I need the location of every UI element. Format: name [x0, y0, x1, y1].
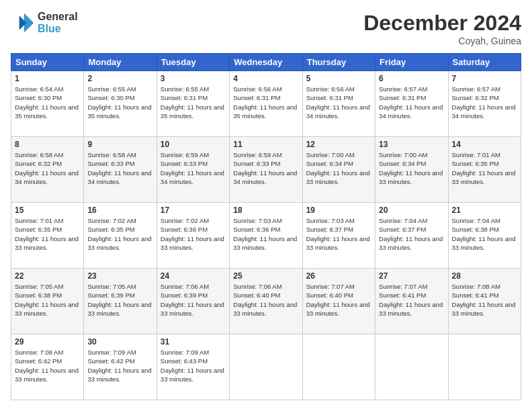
week-row-2: 8Sunrise: 6:58 AMSunset: 6:32 PMDaylight…: [11, 137, 521, 203]
header-wednesday: Wednesday: [230, 54, 302, 71]
day-info: Sunrise: 6:57 AMSunset: 6:32 PMDaylight:…: [452, 85, 517, 120]
header-tuesday: Tuesday: [157, 54, 229, 71]
calendar-cell: 3Sunrise: 6:55 AMSunset: 6:31 PMDaylight…: [157, 71, 229, 137]
header: General Blue December 2024 Coyah, Guinea: [11, 11, 521, 46]
calendar-cell: [230, 334, 302, 400]
day-number: 5: [306, 74, 371, 83]
header-thursday: Thursday: [302, 54, 375, 71]
day-number: 10: [161, 140, 226, 149]
day-number: 17: [161, 205, 226, 215]
calendar-cell: 6Sunrise: 6:57 AMSunset: 6:31 PMDaylight…: [375, 71, 448, 137]
title-block: December 2024 Coyah, Guinea: [363, 11, 521, 46]
day-number: 20: [379, 205, 444, 215]
day-number: 12: [306, 140, 371, 149]
calendar-cell: 20Sunrise: 7:04 AMSunset: 6:37 PMDayligh…: [375, 203, 448, 269]
day-number: 4: [233, 74, 298, 83]
day-number: 30: [87, 337, 152, 347]
day-number: 7: [452, 74, 517, 83]
day-info: Sunrise: 7:02 AMSunset: 6:36 PMDaylight:…: [161, 216, 226, 252]
day-number: 13: [379, 140, 444, 149]
day-number: 11: [233, 140, 298, 149]
day-info: Sunrise: 6:58 AMSunset: 6:32 PMDaylight:…: [15, 150, 80, 186]
day-number: 23: [87, 271, 152, 281]
day-info: Sunrise: 7:06 AMSunset: 6:40 PMDaylight:…: [233, 282, 298, 318]
calendar-cell: 24Sunrise: 7:06 AMSunset: 6:39 PMDayligh…: [157, 269, 229, 334]
day-number: 24: [161, 271, 226, 281]
calendar-cell: 28Sunrise: 7:08 AMSunset: 6:41 PMDayligh…: [448, 269, 521, 334]
calendar-cell: 25Sunrise: 7:06 AMSunset: 6:40 PMDayligh…: [230, 269, 302, 334]
day-number: 28: [452, 271, 517, 281]
calendar-cell: 10Sunrise: 6:59 AMSunset: 6:33 PMDayligh…: [157, 137, 229, 203]
day-number: 2: [87, 74, 152, 83]
header-monday: Monday: [84, 54, 157, 71]
header-saturday: Saturday: [448, 54, 521, 71]
calendar-cell: 5Sunrise: 6:56 AMSunset: 6:31 PMDaylight…: [302, 71, 375, 137]
day-info: Sunrise: 7:07 AMSunset: 6:41 PMDaylight:…: [379, 282, 444, 318]
day-number: 22: [15, 271, 80, 281]
calendar-cell: 2Sunrise: 6:55 AMSunset: 6:30 PMDaylight…: [84, 71, 157, 137]
calendar: SundayMondayTuesdayWednesdayThursdayFrid…: [11, 53, 521, 400]
day-info: Sunrise: 7:08 AMSunset: 6:42 PMDaylight:…: [15, 348, 80, 383]
day-info: Sunrise: 6:55 AMSunset: 6:31 PMDaylight:…: [161, 85, 226, 120]
day-number: 3: [161, 74, 226, 83]
day-info: Sunrise: 7:08 AMSunset: 6:41 PMDaylight:…: [452, 282, 517, 318]
calendar-cell: 16Sunrise: 7:02 AMSunset: 6:35 PMDayligh…: [84, 203, 157, 269]
day-info: Sunrise: 7:01 AMSunset: 6:35 PMDaylight:…: [15, 216, 80, 252]
day-number: 21: [452, 205, 517, 215]
day-number: 25: [233, 271, 298, 281]
calendar-cell: 12Sunrise: 7:00 AMSunset: 6:34 PMDayligh…: [302, 137, 375, 203]
week-row-1: 1Sunrise: 6:54 AMSunset: 6:30 PMDaylight…: [11, 71, 521, 137]
month-title: December 2024: [363, 11, 521, 36]
calendar-cell: 21Sunrise: 7:04 AMSunset: 6:38 PMDayligh…: [448, 203, 521, 269]
logo-icon: [11, 11, 35, 35]
calendar-cell: 8Sunrise: 6:58 AMSunset: 6:32 PMDaylight…: [11, 137, 84, 203]
calendar-cell: 13Sunrise: 7:00 AMSunset: 6:34 PMDayligh…: [375, 137, 448, 203]
day-number: 29: [15, 337, 80, 347]
day-number: 15: [15, 205, 80, 215]
calendar-cell: 17Sunrise: 7:02 AMSunset: 6:36 PMDayligh…: [157, 203, 229, 269]
header-sunday: Sunday: [11, 54, 84, 71]
day-number: 14: [452, 140, 517, 149]
day-info: Sunrise: 6:58 AMSunset: 6:33 PMDaylight:…: [87, 150, 152, 186]
calendar-cell: 7Sunrise: 6:57 AMSunset: 6:32 PMDaylight…: [448, 71, 521, 137]
day-info: Sunrise: 7:05 AMSunset: 6:38 PMDaylight:…: [15, 282, 80, 318]
day-info: Sunrise: 7:02 AMSunset: 6:35 PMDaylight:…: [87, 216, 152, 252]
day-info: Sunrise: 7:09 AMSunset: 6:43 PMDaylight:…: [161, 348, 226, 383]
calendar-cell: 29Sunrise: 7:08 AMSunset: 6:42 PMDayligh…: [11, 334, 84, 400]
day-info: Sunrise: 7:04 AMSunset: 6:38 PMDaylight:…: [452, 216, 517, 252]
day-number: 19: [306, 205, 371, 215]
day-info: Sunrise: 7:09 AMSunset: 6:42 PMDaylight:…: [87, 348, 152, 383]
week-row-3: 15Sunrise: 7:01 AMSunset: 6:35 PMDayligh…: [11, 203, 521, 269]
day-info: Sunrise: 6:57 AMSunset: 6:31 PMDaylight:…: [379, 85, 444, 120]
calendar-cell: [375, 334, 448, 400]
week-row-5: 29Sunrise: 7:08 AMSunset: 6:42 PMDayligh…: [11, 334, 521, 400]
header-friday: Friday: [375, 54, 448, 71]
day-info: Sunrise: 6:59 AMSunset: 6:33 PMDaylight:…: [161, 150, 226, 186]
day-number: 16: [87, 205, 152, 215]
day-info: Sunrise: 6:56 AMSunset: 6:31 PMDaylight:…: [306, 85, 371, 120]
day-info: Sunrise: 7:03 AMSunset: 6:37 PMDaylight:…: [306, 216, 371, 252]
calendar-cell: 27Sunrise: 7:07 AMSunset: 6:41 PMDayligh…: [375, 269, 448, 334]
day-number: 9: [87, 140, 152, 149]
logo: General Blue: [11, 11, 78, 35]
page: General Blue December 2024 Coyah, Guinea…: [0, 0, 532, 411]
day-info: Sunrise: 6:55 AMSunset: 6:30 PMDaylight:…: [87, 85, 152, 120]
calendar-cell: 15Sunrise: 7:01 AMSunset: 6:35 PMDayligh…: [11, 203, 84, 269]
calendar-cell: 1Sunrise: 6:54 AMSunset: 6:30 PMDaylight…: [11, 71, 84, 137]
location: Coyah, Guinea: [363, 36, 521, 46]
day-info: Sunrise: 7:01 AMSunset: 6:35 PMDaylight:…: [452, 150, 517, 186]
day-info: Sunrise: 7:03 AMSunset: 6:36 PMDaylight:…: [233, 216, 298, 252]
calendar-cell: 19Sunrise: 7:03 AMSunset: 6:37 PMDayligh…: [302, 203, 375, 269]
day-info: Sunrise: 7:06 AMSunset: 6:39 PMDaylight:…: [161, 282, 226, 318]
day-number: 31: [161, 337, 226, 347]
day-number: 26: [306, 271, 371, 281]
calendar-cell: [302, 334, 375, 400]
day-info: Sunrise: 7:05 AMSunset: 6:39 PMDaylight:…: [87, 282, 152, 318]
day-info: Sunrise: 6:59 AMSunset: 6:33 PMDaylight:…: [233, 150, 298, 186]
calendar-cell: 31Sunrise: 7:09 AMSunset: 6:43 PMDayligh…: [157, 334, 229, 400]
day-number: 8: [15, 140, 80, 149]
day-number: 18: [233, 205, 298, 215]
day-info: Sunrise: 7:00 AMSunset: 6:34 PMDaylight:…: [306, 150, 371, 186]
calendar-cell: 26Sunrise: 7:07 AMSunset: 6:40 PMDayligh…: [302, 269, 375, 334]
week-row-4: 22Sunrise: 7:05 AMSunset: 6:38 PMDayligh…: [11, 269, 521, 334]
